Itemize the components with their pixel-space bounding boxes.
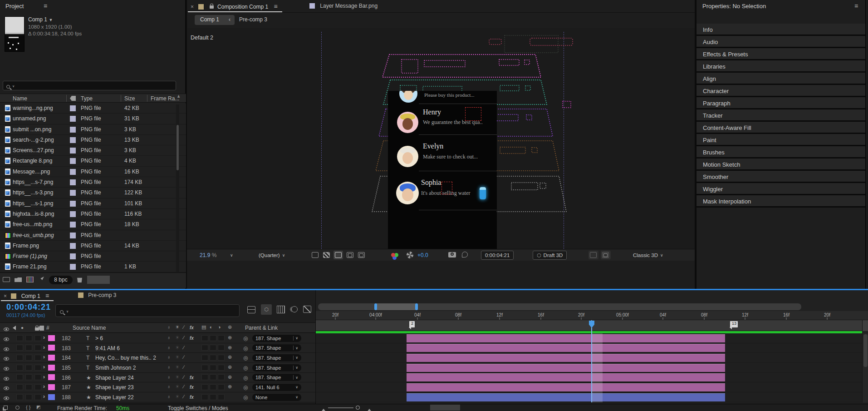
composition-marker[interactable]: 13 bbox=[730, 321, 738, 327]
lock-toggle[interactable] bbox=[34, 335, 41, 341]
pickwhip-icon[interactable]: ◎ bbox=[243, 345, 248, 352]
properties-item[interactable]: Wiggler bbox=[696, 183, 865, 195]
properties-item[interactable]: Info bbox=[696, 24, 865, 36]
shy-switch[interactable]: ♁ bbox=[167, 335, 171, 340]
label-column-icon[interactable] bbox=[70, 96, 76, 101]
layer-row[interactable]: › 186 ★ Shape Layer 24 ♁ ☀ ∕ fx ⊕ ◎ 187.… bbox=[0, 373, 315, 383]
file-row[interactable]: https__...s-7.png PNG file 174 KB bbox=[0, 177, 186, 188]
project-hscrollbar[interactable] bbox=[87, 276, 110, 284]
adjust-icon[interactable] bbox=[38, 277, 44, 282]
quality-switch[interactable]: ∕ bbox=[183, 394, 184, 399]
new-composition-icon[interactable] bbox=[26, 277, 34, 282]
transparency-grid-icon[interactable] bbox=[323, 252, 330, 258]
frame-blend-switch[interactable] bbox=[201, 374, 208, 380]
file-label-chip[interactable] bbox=[70, 211, 76, 217]
adjustment-switch[interactable] bbox=[218, 365, 225, 371]
tab-timeline-precomp3[interactable]: Pre-comp 3 bbox=[78, 292, 116, 298]
timeline-hscrollbar[interactable] bbox=[430, 405, 460, 411]
parent-link-dropdown[interactable]: 187. Shape ∨ bbox=[252, 335, 301, 342]
in-out-icon[interactable] bbox=[15, 406, 20, 410]
close-icon[interactable]: × bbox=[191, 4, 194, 10]
layer-bar-lane[interactable] bbox=[316, 343, 862, 353]
threed-switch[interactable]: ⊕ bbox=[228, 364, 232, 370]
layer-bar-lane[interactable] bbox=[316, 333, 862, 343]
layer-visibility-icon[interactable] bbox=[4, 357, 9, 361]
file-row[interactable]: search-...g-2.png PNG file 13 KB bbox=[0, 135, 186, 145]
file-list-scrollbar[interactable] bbox=[176, 104, 179, 272]
expand-arrow-icon[interactable]: › bbox=[43, 374, 45, 380]
shy-switch[interactable]: ♁ bbox=[167, 394, 171, 399]
file-row[interactable]: Rectangle 8.png PNG file 4 KB bbox=[0, 156, 186, 166]
audio-toggle[interactable] bbox=[16, 374, 23, 380]
graph-editor-icon[interactable] bbox=[303, 306, 311, 313]
solo-toggle[interactable] bbox=[25, 345, 32, 351]
file-row[interactable]: free-us_umb.png PNG file bbox=[0, 230, 186, 241]
shy-switch[interactable]: ♁ bbox=[167, 364, 171, 370]
layer-name[interactable]: 9:41 AM 6 bbox=[95, 345, 163, 352]
shy-switch[interactable]: ♁ bbox=[167, 354, 171, 360]
collapse-switch[interactable]: ☀ bbox=[175, 384, 180, 390]
layer-row[interactable]: › 188 ★ Shape Layer 22 ♁ ☀ ∕ fx ⊕ ◎ None… bbox=[0, 392, 315, 402]
guides-icon[interactable] bbox=[358, 252, 365, 258]
layer-duration-bar[interactable] bbox=[407, 344, 725, 352]
expand-layers-icon[interactable] bbox=[4, 406, 8, 410]
new-folder-icon[interactable] bbox=[15, 277, 22, 282]
file-label-chip[interactable] bbox=[70, 169, 76, 175]
collapse-switch[interactable]: ☀ bbox=[175, 345, 180, 351]
frame-blend-switch[interactable] bbox=[201, 384, 208, 390]
motion-blur-switch[interactable] bbox=[210, 345, 216, 351]
layer-duration-bar[interactable] bbox=[407, 354, 725, 362]
audio-toggle[interactable] bbox=[16, 345, 23, 351]
layer-name[interactable]: Shape Layer 22 bbox=[95, 394, 163, 401]
lock-toggle[interactable] bbox=[34, 345, 41, 351]
interpret-footage-icon[interactable] bbox=[3, 277, 10, 282]
column-parent-link[interactable]: Parent & Link bbox=[245, 325, 278, 331]
zoom-in-mountain-icon[interactable] bbox=[367, 406, 372, 411]
layer-visibility-icon[interactable] bbox=[4, 337, 9, 341]
file-label-chip[interactable] bbox=[70, 158, 76, 164]
collapse-switch[interactable]: ☀ bbox=[175, 335, 180, 341]
properties-item[interactable]: Audio bbox=[696, 36, 865, 48]
motion-blur-switch[interactable] bbox=[210, 365, 216, 371]
show-snapshot-icon[interactable] bbox=[462, 252, 468, 257]
time-ruler[interactable]: 20f 04:00f 04f 08f bbox=[316, 311, 868, 320]
collapse-column-icon[interactable]: ☀ bbox=[175, 324, 180, 330]
file-row[interactable]: submit ...on.png PNG file 3 KB bbox=[0, 124, 186, 135]
file-row[interactable]: https__...s-3.png PNG file 122 KB bbox=[0, 188, 186, 198]
snapshot-icon[interactable] bbox=[448, 252, 456, 257]
layer-bar-lane[interactable] bbox=[316, 353, 862, 363]
file-row[interactable]: free-us...mb.png PNG file 18 KB bbox=[0, 219, 186, 230]
motion-blur-switch[interactable] bbox=[210, 394, 216, 400]
adjustment-switch[interactable] bbox=[218, 335, 225, 341]
comp-marker-bin-button[interactable] bbox=[862, 320, 868, 331]
parent-link-dropdown[interactable]: 141. Null 6 ∨ bbox=[252, 384, 301, 391]
threed-switch[interactable]: ⊕ bbox=[228, 384, 232, 390]
playhead-line[interactable] bbox=[591, 320, 592, 402]
layer-duration-bar[interactable] bbox=[407, 334, 725, 342]
file-label-chip[interactable] bbox=[70, 243, 76, 249]
file-label-chip[interactable] bbox=[70, 105, 76, 111]
audio-toggle[interactable] bbox=[16, 365, 23, 371]
file-label-chip[interactable] bbox=[70, 222, 76, 228]
pickwhip-icon[interactable]: ◎ bbox=[243, 384, 248, 391]
adjustment-switch[interactable] bbox=[218, 345, 225, 351]
quality-switch[interactable]: ∕ bbox=[183, 335, 184, 340]
frame-blending-icon[interactable] bbox=[277, 306, 285, 313]
zoom-level[interactable]: 21.9 % bbox=[200, 252, 216, 258]
layer-visibility-icon[interactable] bbox=[4, 396, 9, 400]
audio-toggle[interactable] bbox=[16, 384, 23, 390]
timeline-search-input[interactable]: ∨ bbox=[55, 304, 240, 317]
collapse-switch[interactable]: ☀ bbox=[175, 374, 180, 380]
view-layout2-icon[interactable] bbox=[601, 251, 611, 259]
properties-item[interactable]: Align bbox=[696, 73, 865, 85]
project-panel-menu-icon[interactable]: ≡ bbox=[44, 2, 47, 10]
exposure-value[interactable]: +0.0 bbox=[417, 252, 428, 258]
layer-name[interactable]: Smith Johnson 2 bbox=[95, 365, 163, 371]
frame-blend-switch[interactable] bbox=[201, 335, 208, 341]
collapse-switch[interactable]: ☀ bbox=[175, 364, 180, 370]
braces-icon[interactable]: { } bbox=[26, 405, 30, 410]
tab-menu-icon[interactable]: ≡ bbox=[45, 292, 49, 299]
properties-menu-icon[interactable]: ≡ bbox=[854, 2, 858, 10]
comp-name[interactable]: Comp 1 ▼ bbox=[28, 16, 53, 23]
adjustment-column-icon[interactable]: ◑ bbox=[218, 324, 221, 330]
